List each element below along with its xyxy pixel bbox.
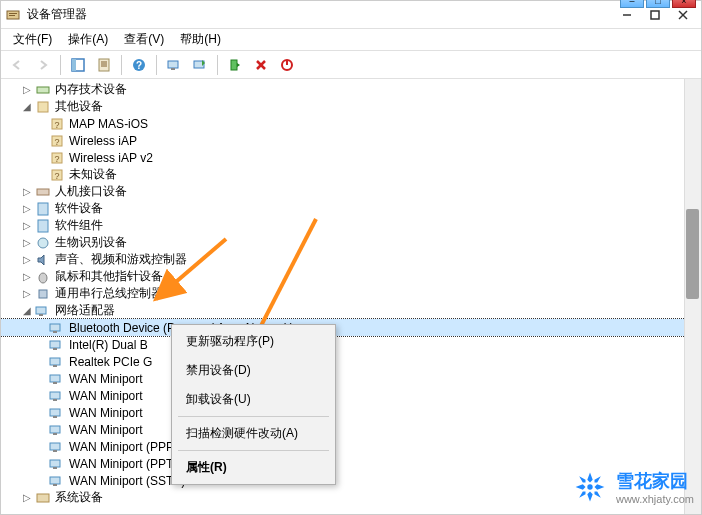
watermark-text: 雪花家园 xyxy=(616,469,694,493)
tree-item-bluetooth[interactable]: Bluetooth Device (Personal Area Network) xyxy=(1,319,701,336)
help-button[interactable]: ? xyxy=(127,53,151,77)
mini-close[interactable]: × xyxy=(672,0,696,8)
svg-rect-48 xyxy=(53,382,57,384)
tree-item[interactable]: Intel(R) Dual B xyxy=(1,336,701,353)
disable-button[interactable] xyxy=(275,53,299,77)
svg-rect-16 xyxy=(171,68,175,70)
app-icon xyxy=(5,7,21,23)
expander-icon[interactable]: ◢ xyxy=(21,101,33,113)
tree-item-audio[interactable]: ▷声音、视频和游戏控制器 xyxy=(1,251,701,268)
svg-rect-58 xyxy=(53,467,57,469)
svg-text:?: ? xyxy=(54,120,59,130)
properties-button[interactable] xyxy=(92,53,116,77)
tree-item-mouse[interactable]: ▷鼠标和其他指针设备 xyxy=(1,268,701,285)
scrollbar-thumb[interactable] xyxy=(686,209,699,299)
svg-rect-33 xyxy=(37,189,49,195)
tree-item-usb[interactable]: ▷通用串行总线控制器 xyxy=(1,285,701,302)
svg-rect-53 xyxy=(50,426,60,433)
mini-minimize[interactable]: – xyxy=(620,0,644,8)
svg-point-64 xyxy=(587,484,592,489)
svg-rect-57 xyxy=(50,460,60,467)
tree-item-biometric[interactable]: ▷生物识别设备 xyxy=(1,234,701,251)
watermark-url: www.xhjaty.com xyxy=(616,493,694,505)
ctx-disable[interactable]: 禁用设备(D) xyxy=(174,356,333,385)
tree-item-software-dev[interactable]: ▷软件设备 xyxy=(1,200,701,217)
biometric-icon xyxy=(35,235,51,251)
menu-action[interactable]: 操作(A) xyxy=(60,29,116,50)
tree-item[interactable]: ?Wireless iAP v2 xyxy=(1,149,701,166)
svg-text:?: ? xyxy=(54,137,59,147)
tree-item-hid[interactable]: ▷人机接口设备 xyxy=(1,183,701,200)
system-icon xyxy=(35,490,51,506)
ctx-uninstall[interactable]: 卸载设备(U) xyxy=(174,385,333,414)
svg-rect-18 xyxy=(231,60,237,70)
ctx-update-driver[interactable]: 更新驱动程序(P) xyxy=(174,327,333,356)
svg-rect-38 xyxy=(39,290,47,298)
svg-rect-50 xyxy=(53,399,57,401)
show-hide-button[interactable] xyxy=(66,53,90,77)
enable-button[interactable] xyxy=(223,53,247,77)
svg-rect-51 xyxy=(50,409,60,416)
tree-item-software-comp[interactable]: ▷软件组件 xyxy=(1,217,701,234)
tree-item[interactable]: WAN Miniport (PPPOE) xyxy=(1,438,701,455)
tree-item[interactable]: ?MAP MAS-iOS xyxy=(1,115,701,132)
device-tree[interactable]: ▷内存技术设备 ◢其他设备 ?MAP MAS-iOS ?Wireless iAP… xyxy=(1,79,701,514)
tree-item[interactable]: WAN Miniport xyxy=(1,387,701,404)
device-manager-window: 设备管理器 文件(F) 操作(A) 查看(V) 帮助(H) ? ▷内存技术设备 xyxy=(0,0,702,515)
watermark: 雪花家园 www.xhjaty.com xyxy=(572,469,694,505)
tree-item-network[interactable]: ◢网络适配器 xyxy=(1,302,701,319)
toolbar-separator xyxy=(60,55,61,75)
svg-rect-61 xyxy=(37,494,49,502)
tree-item[interactable]: ?未知设备 xyxy=(1,166,701,183)
menu-view[interactable]: 查看(V) xyxy=(116,29,172,50)
network-adapter-icon xyxy=(49,422,65,438)
scan-hardware-button[interactable] xyxy=(162,53,186,77)
uninstall-button[interactable] xyxy=(249,53,273,77)
svg-rect-45 xyxy=(50,358,60,365)
tree-item[interactable]: Realtek PCIe G xyxy=(1,353,701,370)
expander-icon[interactable]: ▷ xyxy=(21,84,33,96)
expander-icon[interactable]: ◢ xyxy=(21,305,33,317)
menu-help[interactable]: 帮助(H) xyxy=(172,29,229,50)
svg-rect-59 xyxy=(50,477,60,484)
unknown-device-icon: ? xyxy=(49,133,65,149)
expander-icon[interactable]: ▷ xyxy=(21,492,33,504)
menu-file[interactable]: 文件(F) xyxy=(5,29,60,50)
expander-icon[interactable]: ▷ xyxy=(21,288,33,300)
tree-item-memory[interactable]: ▷内存技术设备 xyxy=(1,81,701,98)
network-adapter-icon xyxy=(49,320,65,336)
svg-rect-9 xyxy=(99,59,109,71)
ctx-separator xyxy=(178,450,329,451)
svg-rect-52 xyxy=(53,416,57,418)
svg-rect-41 xyxy=(50,324,60,331)
tree-item[interactable]: ?Wireless iAP xyxy=(1,132,701,149)
expander-icon[interactable]: ▷ xyxy=(21,203,33,215)
network-adapter-icon xyxy=(49,354,65,370)
svg-point-36 xyxy=(38,238,48,248)
svg-rect-8 xyxy=(72,59,76,71)
svg-text:?: ? xyxy=(54,154,59,164)
context-menu: 更新驱动程序(P) 禁用设备(D) 卸载设备(U) 扫描检测硬件改动(A) 属性… xyxy=(171,324,336,485)
tree-item[interactable]: WAN Miniport xyxy=(1,404,701,421)
expander-icon[interactable]: ▷ xyxy=(21,237,33,249)
expander-icon[interactable]: ▷ xyxy=(21,186,33,198)
tree-item[interactable]: WAN Miniport xyxy=(1,370,701,387)
software-icon xyxy=(35,218,51,234)
tree-item[interactable]: WAN Miniport xyxy=(1,421,701,438)
ctx-properties[interactable]: 属性(R) xyxy=(174,453,333,482)
svg-rect-49 xyxy=(50,392,60,399)
expander-icon[interactable]: ▷ xyxy=(21,271,33,283)
expander-icon[interactable]: ▷ xyxy=(21,254,33,266)
expander-icon[interactable]: ▷ xyxy=(21,220,33,232)
window-title: 设备管理器 xyxy=(27,6,613,23)
mini-maximize[interactable]: □ xyxy=(646,0,670,8)
svg-rect-24 xyxy=(38,102,48,112)
ctx-scan[interactable]: 扫描检测硬件改动(A) xyxy=(174,419,333,448)
svg-rect-15 xyxy=(168,61,178,68)
vertical-scrollbar[interactable] xyxy=(684,79,701,514)
svg-rect-23 xyxy=(37,87,49,93)
tree-item-other[interactable]: ◢其他设备 xyxy=(1,98,701,115)
toolbar-separator xyxy=(156,55,157,75)
update-driver-button[interactable] xyxy=(188,53,212,77)
usb-icon xyxy=(35,286,51,302)
